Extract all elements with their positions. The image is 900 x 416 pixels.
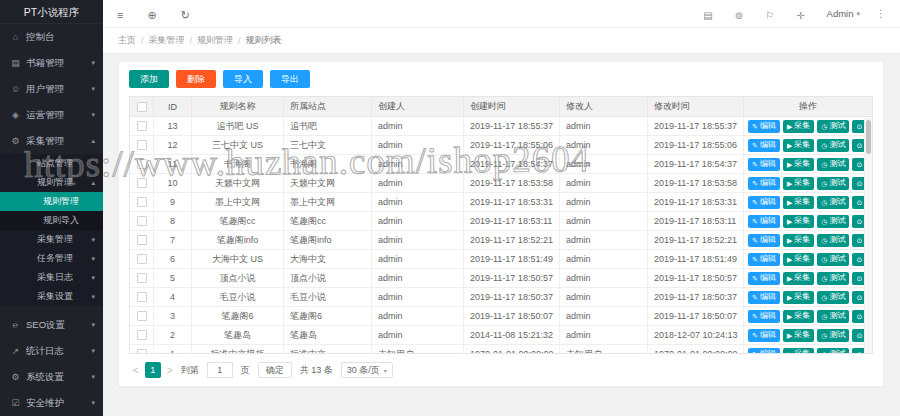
row-checkbox[interactable]	[137, 311, 147, 321]
collect-row-button[interactable]: ▶采集	[783, 329, 814, 342]
edit-row-button[interactable]: ✎编辑	[748, 139, 780, 152]
edit-row-button[interactable]: ✎编辑	[748, 215, 780, 228]
edit-row-button[interactable]: ✎编辑	[748, 329, 780, 342]
edit-row-button[interactable]: ✎编辑	[748, 234, 780, 247]
sidebar-item-站点管理[interactable]: 站点管理	[0, 154, 103, 173]
sidebar-item-采集设置[interactable]: 采集设置 ▾	[0, 287, 103, 306]
sidebar-item-采集管理[interactable]: 采集管理 ▾	[0, 230, 103, 249]
row-checkbox[interactable]	[137, 197, 147, 207]
row-checkbox[interactable]	[137, 178, 147, 188]
collect-row-button[interactable]: ▶采集	[783, 215, 814, 228]
cell-modifier: 未知用户	[560, 345, 648, 353]
row-checkbox[interactable]	[137, 292, 147, 302]
row-checkbox[interactable]	[137, 140, 147, 150]
cell-id: 1	[154, 345, 192, 353]
next-page-button[interactable]: >	[163, 365, 177, 376]
test-row-button[interactable]: ◷测试	[817, 272, 849, 285]
test-row-button[interactable]: ◷测试	[817, 215, 849, 228]
sidebar-item-采集日志[interactable]: 采集日志 ▾	[0, 268, 103, 287]
test-row-button[interactable]: ◷测试	[817, 177, 849, 190]
test-icon: ◷	[821, 256, 827, 263]
row-checkbox[interactable]	[137, 216, 147, 226]
edit-row-button[interactable]: ✎编辑	[748, 291, 780, 304]
sidebar-item-控制台[interactable]: ⌂ 控制台	[0, 24, 103, 50]
sidebar-item-规则管理[interactable]: 规则管理	[0, 192, 103, 211]
test-icon: ◷	[821, 218, 827, 225]
sidebar-item-安全维护[interactable]: ☑ 安全维护 ▾	[0, 390, 103, 416]
scrollbar-thumb[interactable]	[866, 120, 871, 154]
row-checkbox[interactable]	[137, 273, 147, 283]
breadcrumb-item-采集管理[interactable]: 采集管理	[149, 34, 185, 47]
sidebar-item-规则导入[interactable]: 规则导入	[0, 211, 103, 230]
edit-row-button[interactable]: ✎编辑	[748, 348, 780, 354]
collect-row-button[interactable]: ▶采集	[783, 177, 814, 190]
collect-row-button[interactable]: ▶采集	[783, 348, 814, 354]
current-page-button[interactable]: 1	[145, 362, 161, 378]
row-checkbox[interactable]	[137, 349, 147, 353]
test-row-button[interactable]: ◷测试	[817, 158, 849, 171]
collect-row-button[interactable]: ▶采集	[783, 158, 814, 171]
row-checkbox[interactable]	[137, 254, 147, 264]
collect-row-button[interactable]: ▶采集	[783, 291, 814, 304]
delete-button[interactable]: 删除	[176, 70, 216, 88]
edit-row-button[interactable]: ✎编辑	[748, 272, 780, 285]
row-checkbox[interactable]	[137, 235, 147, 245]
test-row-button[interactable]: ◷测试	[817, 234, 849, 247]
sidebar-item-书籍管理[interactable]: ▤ 书籍管理 ▾	[0, 50, 103, 76]
edit-row-button[interactable]: ✎编辑	[748, 310, 780, 323]
row-checkbox[interactable]	[137, 121, 147, 131]
page-number-input[interactable]	[207, 362, 233, 378]
collect-row-button[interactable]: ▶采集	[783, 272, 814, 285]
prev-page-button[interactable]: <	[129, 365, 143, 376]
edit-label: 编辑	[760, 236, 776, 244]
test-row-button[interactable]: ◷测试	[817, 310, 849, 323]
collect-row-button[interactable]: ▶采集	[783, 196, 814, 209]
edit-row-button[interactable]: ✎编辑	[748, 158, 780, 171]
test-row-button[interactable]: ◷测试	[817, 253, 849, 266]
test-row-button[interactable]: ◷测试	[817, 291, 849, 304]
sidebar-item-统计日志[interactable]: ↗ 统计日志 ▾	[0, 338, 103, 364]
collect-row-button[interactable]: ▶采集	[783, 234, 814, 247]
tag-icon[interactable]: ⚐	[765, 10, 774, 21]
edit-row-button[interactable]: ✎编辑	[748, 196, 780, 209]
test-row-button[interactable]: ◷测试	[817, 348, 849, 354]
more-icon[interactable]: ⋮	[876, 8, 886, 19]
page-size-select[interactable]: 30 条/页 ▾	[341, 362, 393, 378]
sidebar-item-SEO设置[interactable]: ℮ SEO设置 ▾	[0, 312, 103, 338]
message-icon[interactable]: ⊚	[735, 10, 743, 21]
sidebar-item-任务管理[interactable]: 任务管理 ▾	[0, 249, 103, 268]
sidebar-item-运营管理[interactable]: ◈ 运营管理 ▾	[0, 102, 103, 128]
sidebar-item-规则管理[interactable]: 规则管理 ▴	[0, 173, 103, 192]
sidebar-item-系统设置[interactable]: ⚙ 系统设置 ▾	[0, 364, 103, 390]
import-button[interactable]: 导入	[223, 70, 263, 88]
collect-row-button[interactable]: ▶采集	[783, 253, 814, 266]
site-home-icon[interactable]: ⊕	[147, 9, 156, 21]
collect-row-button[interactable]: ▶采集	[783, 139, 814, 152]
test-row-button[interactable]: ◷测试	[817, 120, 849, 133]
cell-modifier: admin	[560, 250, 648, 268]
sidebar-item-用户管理[interactable]: ☺ 用户管理 ▾	[0, 76, 103, 102]
collect-row-button[interactable]: ▶采集	[783, 310, 814, 323]
refresh-icon[interactable]: ↻	[181, 9, 190, 21]
row-checkbox[interactable]	[137, 330, 147, 340]
export-button[interactable]: 导出	[270, 70, 310, 88]
cell-creator: admin	[372, 326, 464, 344]
edit-row-button[interactable]: ✎编辑	[748, 177, 780, 190]
collect-row-button[interactable]: ▶采集	[783, 120, 814, 133]
breadcrumb-item-规则管理[interactable]: 规则管理	[197, 34, 233, 47]
fullscreen-icon[interactable]: ✛	[796, 10, 804, 21]
test-row-button[interactable]: ◷测试	[817, 139, 849, 152]
edit-row-button[interactable]: ✎编辑	[748, 120, 780, 133]
add-button[interactable]: 添加	[129, 70, 169, 88]
admin-dropdown[interactable]: Admin ▾	[827, 8, 860, 19]
test-row-button[interactable]: ◷测试	[817, 329, 849, 342]
edit-row-button[interactable]: ✎编辑	[748, 253, 780, 266]
layout-icon[interactable]: ▤	[703, 10, 712, 21]
test-row-button[interactable]: ◷测试	[817, 196, 849, 209]
confirm-page-button[interactable]: 确定	[258, 362, 292, 378]
sidebar-item-采集管理[interactable]: ⚙ 采集管理 ▴	[0, 128, 103, 154]
breadcrumb-item-主页[interactable]: 主页	[118, 34, 136, 47]
select-all-checkbox[interactable]	[137, 102, 147, 112]
collapse-menu-icon[interactable]: ≡	[117, 9, 123, 21]
row-checkbox[interactable]	[137, 159, 147, 169]
